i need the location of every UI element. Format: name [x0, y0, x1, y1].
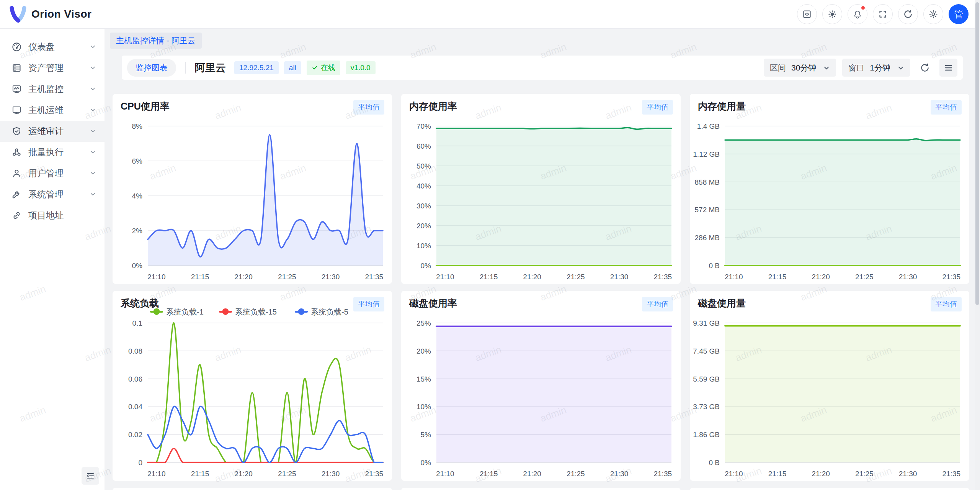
- svg-text:5.59 GB: 5.59 GB: [693, 375, 720, 383]
- chevron-down-icon: [90, 126, 96, 136]
- average-badge[interactable]: 平均值: [353, 297, 384, 311]
- chart-plot: 0 B286 MB572 MB858 MB1.12 GB1.4 GB21:102…: [690, 94, 969, 284]
- svg-text:21:25: 21:25: [567, 273, 585, 281]
- svg-text:21:30: 21:30: [322, 273, 340, 281]
- sidebar-item-label: 批量执行: [28, 146, 64, 158]
- svg-text:20%: 20%: [416, 347, 431, 355]
- theme-button[interactable]: [822, 4, 842, 24]
- host-toolbar: 监控图表 阿里云 12.92.5.21ali在线v1.0.0 区间 30分钟 窗…: [122, 56, 963, 80]
- sidebar-item-批量执行[interactable]: 批量执行: [0, 142, 105, 163]
- chart-card-内存使用量: 0 B286 MB572 MB858 MB1.12 GB1.4 GB21:102…: [690, 94, 969, 284]
- chart-title: 磁盘使用率: [409, 297, 457, 310]
- svg-text:21:10: 21:10: [436, 470, 454, 478]
- code-button[interactable]: [797, 4, 817, 24]
- chart-card-next-row: [690, 488, 969, 490]
- sidebar-item-label: 资产管理: [28, 62, 64, 74]
- scrollbar-thumb[interactable]: [975, 2, 979, 305]
- average-badge[interactable]: 平均值: [642, 100, 673, 115]
- svg-text:1.12 GB: 1.12 GB: [693, 150, 720, 158]
- svg-text:0 B: 0 B: [709, 262, 720, 270]
- chevron-down-icon: [897, 64, 904, 71]
- svg-text:21:35: 21:35: [653, 273, 672, 281]
- sidebar-item-运维审计[interactable]: 运维审计: [0, 121, 105, 142]
- interval-label: 区间: [770, 62, 786, 73]
- svg-text:21:30: 21:30: [610, 273, 629, 281]
- average-badge[interactable]: 平均值: [642, 297, 673, 311]
- svg-text:21:10: 21:10: [147, 273, 166, 281]
- sidebar-item-资产管理[interactable]: 资产管理: [0, 57, 105, 79]
- sidebar-item-仪表盘[interactable]: 仪表盘: [0, 36, 105, 57]
- svg-text:21:10: 21:10: [725, 470, 743, 478]
- chevron-down-icon: [90, 105, 96, 115]
- svg-text:0%: 0%: [421, 459, 431, 467]
- host-tag-text: 12.92.5.21: [239, 64, 274, 72]
- audit-shield-icon: [11, 126, 22, 136]
- sidebar-item-label: 主机运维: [28, 104, 64, 116]
- svg-text:21:10: 21:10: [725, 273, 743, 281]
- svg-text:10%: 10%: [416, 403, 431, 411]
- svg-text:0.04: 0.04: [128, 403, 142, 411]
- chevron-down-icon: [90, 63, 96, 73]
- settings-button[interactable]: [923, 4, 943, 24]
- average-badge[interactable]: 平均值: [931, 297, 962, 311]
- tab-monitor-charts[interactable]: 监控图表: [127, 59, 176, 77]
- sidebar-item-主机监控[interactable]: 主机监控: [0, 79, 105, 100]
- sidebar-item-用户管理[interactable]: 用户管理: [0, 163, 105, 184]
- svg-text:系统负载-15: 系统负载-15: [235, 308, 277, 316]
- svg-text:0%: 0%: [132, 262, 143, 270]
- svg-text:9.31 GB: 9.31 GB: [693, 319, 720, 327]
- fullscreen-button[interactable]: [873, 4, 893, 24]
- svg-text:21:25: 21:25: [855, 470, 874, 478]
- chart-title: 内存使用量: [698, 100, 746, 113]
- svg-text:40%: 40%: [416, 182, 431, 190]
- svg-text:系统负载-1: 系统负载-1: [166, 308, 204, 316]
- svg-text:0.02: 0.02: [128, 431, 142, 439]
- charts-refresh-button[interactable]: [916, 59, 933, 76]
- chevron-down-icon: [90, 189, 96, 200]
- sidebar-item-label: 用户管理: [28, 167, 64, 179]
- menu-fold-icon: [86, 471, 95, 480]
- svg-text:8%: 8%: [132, 122, 143, 130]
- refresh-button[interactable]: [898, 4, 918, 24]
- notifications-button[interactable]: [848, 4, 867, 24]
- batch-exec-icon: [11, 147, 22, 157]
- main-content: 主机监控详情 - 阿里云 监控图表 阿里云 12.92.5.21ali在线v1.…: [105, 29, 980, 490]
- host-tag: v1.0.0: [346, 61, 376, 74]
- breadcrumb-row: 主机监控详情 - 阿里云: [105, 29, 980, 49]
- average-badge[interactable]: 平均值: [353, 100, 384, 115]
- chart-card-内存使用率: 0%10%20%30%40%50%60%70%21:1021:1521:2021…: [401, 94, 681, 284]
- sidebar-item-主机运维[interactable]: 主机运维: [0, 100, 105, 121]
- sidebar-item-label: 运维审计: [28, 125, 64, 137]
- svg-text:5%: 5%: [421, 431, 431, 439]
- interval-select[interactable]: 区间 30分钟: [764, 59, 836, 77]
- page-scrollbar[interactable]: [975, 0, 980, 490]
- host-ops-icon: [11, 105, 22, 115]
- breadcrumb[interactable]: 主机监控详情 - 阿里云: [110, 33, 202, 49]
- window-select[interactable]: 窗口 1分钟: [842, 59, 910, 77]
- svg-text:21:20: 21:20: [234, 273, 253, 281]
- check-icon: [312, 64, 318, 71]
- sidebar-item-系统管理[interactable]: 系统管理: [0, 184, 105, 205]
- app-logo: Orion Visor: [9, 5, 91, 23]
- svg-text:21:15: 21:15: [480, 273, 498, 281]
- chart-plot: 0%2%4%6%8%21:1021:1521:2021:2521:3021:35: [113, 94, 392, 284]
- gauge-icon: [11, 42, 22, 52]
- average-badge[interactable]: 平均值: [931, 100, 962, 115]
- svg-text:21:25: 21:25: [567, 470, 585, 478]
- svg-text:6%: 6%: [132, 157, 143, 165]
- svg-text:1.86 GB: 1.86 GB: [693, 431, 720, 439]
- sidebar-item-项目地址[interactable]: 项目地址: [0, 205, 105, 226]
- chevron-down-icon: [823, 64, 830, 71]
- svg-text:50%: 50%: [416, 162, 431, 170]
- user-avatar[interactable]: 管: [949, 4, 969, 24]
- svg-text:21:25: 21:25: [278, 273, 296, 281]
- refresh-icon: [920, 63, 930, 73]
- svg-text:21:20: 21:20: [523, 470, 541, 478]
- collapse-sidebar-button[interactable]: [82, 467, 99, 485]
- sidebar: 仪表盘资产管理主机监控主机运维运维审计批量执行用户管理系统管理项目地址: [0, 29, 105, 490]
- svg-text:21:25: 21:25: [278, 470, 296, 478]
- chart-title: CPU使用率: [121, 100, 170, 113]
- chart-card-系统负载: 00.020.040.060.080.121:1021:1521:2021:25…: [113, 291, 392, 481]
- chart-layout-button[interactable]: [939, 59, 957, 77]
- svg-text:0: 0: [138, 459, 142, 467]
